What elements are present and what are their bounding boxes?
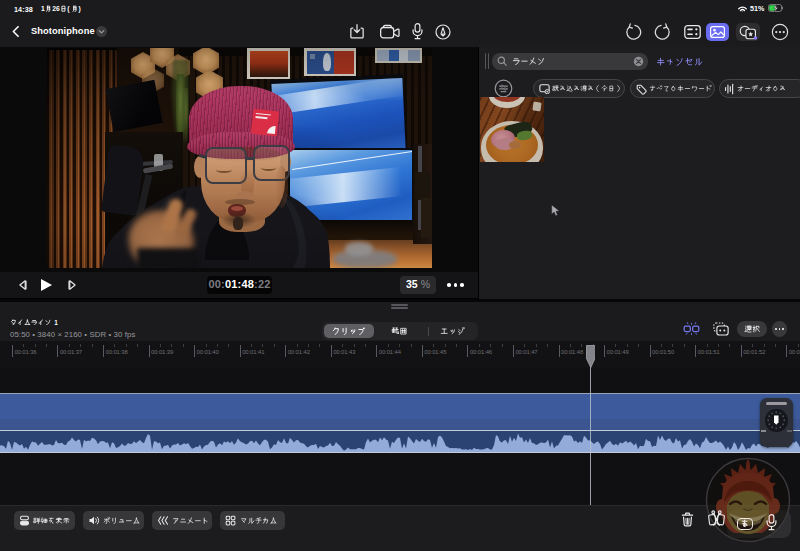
svg-text:1: 1 (41, 5, 45, 12)
svg-text:1: 1 (54, 319, 58, 326)
svg-text:): ) (79, 5, 81, 12)
svg-text:(: ( (67, 5, 70, 12)
svg-text:26: 26 (52, 5, 60, 12)
